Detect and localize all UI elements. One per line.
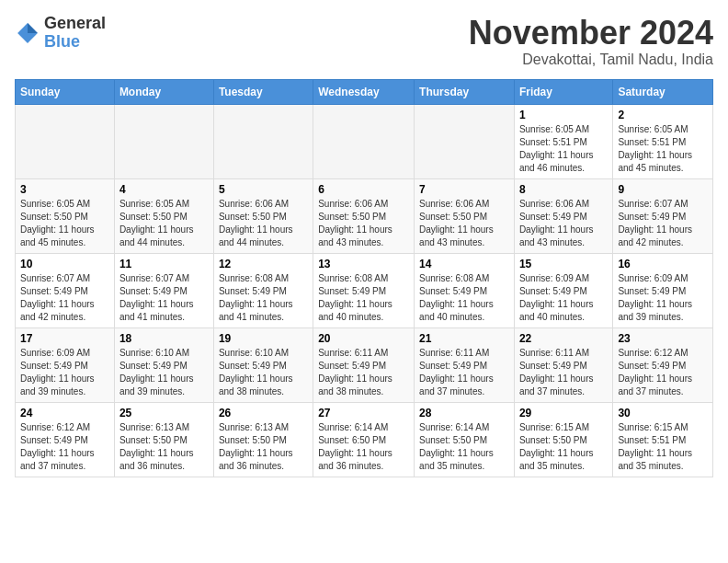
title-area: November 2024 Devakottai, Tamil Nadu, In…	[469, 15, 713, 68]
day-number: 25	[119, 407, 209, 419]
table-row: 22 Sunrise: 6:11 AMSunset: 5:49 PMDaylig…	[514, 327, 612, 402]
day-number: 19	[219, 332, 308, 345]
table-row: 30 Sunrise: 6:15 AMSunset: 5:51 PMDaylig…	[613, 402, 713, 477]
logo-icon	[15, 20, 40, 46]
logo-blue: Blue	[44, 33, 106, 52]
table-row	[213, 104, 313, 178]
day-number: 15	[519, 258, 608, 270]
day-number: 11	[119, 258, 209, 270]
calendar-week-row: 10 Sunrise: 6:07 AMSunset: 5:49 PMDaylig…	[16, 253, 713, 327]
day-number: 20	[318, 332, 409, 345]
day-detail: Sunrise: 6:05 AMSunset: 5:51 PMDaylight:…	[519, 123, 608, 175]
day-number: 3	[20, 183, 109, 196]
day-detail: Sunrise: 6:13 AMSunset: 5:50 PMDaylight:…	[219, 421, 308, 473]
day-detail: Sunrise: 6:06 AMSunset: 5:50 PMDaylight:…	[318, 198, 409, 249]
table-row: 1 Sunrise: 6:05 AMSunset: 5:51 PMDayligh…	[514, 104, 612, 178]
day-detail: Sunrise: 6:07 AMSunset: 5:49 PMDaylight:…	[119, 272, 209, 324]
day-number: 6	[318, 183, 409, 196]
header-saturday: Saturday	[613, 79, 713, 104]
table-row: 29 Sunrise: 6:15 AMSunset: 5:50 PMDaylig…	[514, 402, 612, 477]
calendar-week-row: 3 Sunrise: 6:05 AMSunset: 5:50 PMDayligh…	[16, 178, 713, 253]
calendar-week-row: 17 Sunrise: 6:09 AMSunset: 5:49 PMDaylig…	[16, 327, 713, 402]
weekday-header-row: Sunday Monday Tuesday Wednesday Thursday…	[16, 79, 713, 104]
table-row: 16 Sunrise: 6:09 AMSunset: 5:49 PMDaylig…	[613, 253, 713, 327]
day-number: 28	[419, 407, 509, 419]
day-number: 10	[20, 258, 109, 270]
table-row: 24 Sunrise: 6:12 AMSunset: 5:49 PMDaylig…	[16, 402, 115, 477]
table-row: 20 Sunrise: 6:11 AMSunset: 5:49 PMDaylig…	[313, 327, 415, 402]
day-detail: Sunrise: 6:15 AMSunset: 5:51 PMDaylight:…	[618, 421, 708, 473]
table-row: 9 Sunrise: 6:07 AMSunset: 5:49 PMDayligh…	[613, 178, 713, 253]
table-row: 28 Sunrise: 6:14 AMSunset: 5:50 PMDaylig…	[415, 402, 515, 477]
day-detail: Sunrise: 6:11 AMSunset: 5:49 PMDaylight:…	[318, 347, 409, 398]
day-detail: Sunrise: 6:10 AMSunset: 5:49 PMDaylight:…	[119, 347, 209, 398]
table-row: 19 Sunrise: 6:10 AMSunset: 5:49 PMDaylig…	[213, 327, 313, 402]
day-detail: Sunrise: 6:08 AMSunset: 5:49 PMDaylight:…	[219, 272, 308, 324]
day-detail: Sunrise: 6:09 AMSunset: 5:49 PMDaylight:…	[20, 347, 109, 398]
day-detail: Sunrise: 6:05 AMSunset: 5:50 PMDaylight:…	[20, 198, 109, 249]
day-detail: Sunrise: 6:05 AMSunset: 5:50 PMDaylight:…	[119, 198, 209, 249]
table-row: 18 Sunrise: 6:10 AMSunset: 5:49 PMDaylig…	[114, 327, 213, 402]
calendar-week-row: 1 Sunrise: 6:05 AMSunset: 5:51 PMDayligh…	[16, 104, 713, 178]
table-row: 21 Sunrise: 6:11 AMSunset: 5:49 PMDaylig…	[415, 327, 515, 402]
day-detail: Sunrise: 6:10 AMSunset: 5:49 PMDaylight:…	[219, 347, 308, 398]
logo-general: General	[44, 15, 106, 33]
day-number: 27	[318, 407, 409, 419]
day-detail: Sunrise: 6:07 AMSunset: 5:49 PMDaylight:…	[20, 272, 109, 324]
day-detail: Sunrise: 6:13 AMSunset: 5:50 PMDaylight:…	[119, 421, 209, 473]
page-header: General Blue November 2024 Devakottai, T…	[15, 15, 713, 68]
logo: General Blue	[15, 15, 106, 52]
table-row: 26 Sunrise: 6:13 AMSunset: 5:50 PMDaylig…	[213, 402, 313, 477]
table-row	[16, 104, 115, 178]
table-row: 14 Sunrise: 6:08 AMSunset: 5:49 PMDaylig…	[415, 253, 515, 327]
day-detail: Sunrise: 6:08 AMSunset: 5:49 PMDaylight:…	[419, 272, 509, 324]
day-number: 30	[618, 407, 708, 419]
day-number: 4	[119, 183, 209, 196]
day-detail: Sunrise: 6:15 AMSunset: 5:50 PMDaylight:…	[519, 421, 608, 473]
day-detail: Sunrise: 6:12 AMSunset: 5:49 PMDaylight:…	[20, 421, 109, 473]
day-detail: Sunrise: 6:09 AMSunset: 5:49 PMDaylight:…	[618, 272, 708, 324]
table-row: 4 Sunrise: 6:05 AMSunset: 5:50 PMDayligh…	[114, 178, 213, 253]
day-number: 18	[119, 332, 209, 345]
table-row: 10 Sunrise: 6:07 AMSunset: 5:49 PMDaylig…	[16, 253, 115, 327]
table-row: 15 Sunrise: 6:09 AMSunset: 5:49 PMDaylig…	[514, 253, 612, 327]
table-row: 23 Sunrise: 6:12 AMSunset: 5:49 PMDaylig…	[613, 327, 713, 402]
day-detail: Sunrise: 6:05 AMSunset: 5:51 PMDaylight:…	[618, 123, 708, 175]
day-detail: Sunrise: 6:07 AMSunset: 5:49 PMDaylight:…	[618, 198, 708, 249]
day-number: 21	[419, 332, 509, 345]
day-detail: Sunrise: 6:09 AMSunset: 5:49 PMDaylight:…	[519, 272, 608, 324]
header-wednesday: Wednesday	[313, 79, 415, 104]
table-row: 11 Sunrise: 6:07 AMSunset: 5:49 PMDaylig…	[114, 253, 213, 327]
day-number: 24	[20, 407, 109, 419]
header-tuesday: Tuesday	[213, 79, 313, 104]
table-row: 8 Sunrise: 6:06 AMSunset: 5:49 PMDayligh…	[514, 178, 612, 253]
table-row: 7 Sunrise: 6:06 AMSunset: 5:50 PMDayligh…	[415, 178, 515, 253]
day-number: 17	[20, 332, 109, 345]
table-row: 6 Sunrise: 6:06 AMSunset: 5:50 PMDayligh…	[313, 178, 415, 253]
day-detail: Sunrise: 6:11 AMSunset: 5:49 PMDaylight:…	[419, 347, 509, 398]
day-detail: Sunrise: 6:14 AMSunset: 5:50 PMDaylight:…	[419, 421, 509, 473]
day-detail: Sunrise: 6:06 AMSunset: 5:50 PMDaylight:…	[219, 198, 308, 249]
table-row: 17 Sunrise: 6:09 AMSunset: 5:49 PMDaylig…	[16, 327, 115, 402]
table-row: 27 Sunrise: 6:14 AMSunset: 6:50 PMDaylig…	[313, 402, 415, 477]
day-number: 29	[519, 407, 608, 419]
day-number: 2	[618, 109, 708, 121]
header-sunday: Sunday	[16, 79, 115, 104]
day-number: 26	[219, 407, 308, 419]
table-row	[313, 104, 415, 178]
day-detail: Sunrise: 6:12 AMSunset: 5:49 PMDaylight:…	[618, 347, 708, 398]
table-row	[415, 104, 515, 178]
day-number: 1	[519, 109, 608, 121]
day-number: 23	[618, 332, 708, 345]
table-row: 12 Sunrise: 6:08 AMSunset: 5:49 PMDaylig…	[213, 253, 313, 327]
day-detail: Sunrise: 6:06 AMSunset: 5:49 PMDaylight:…	[519, 198, 608, 249]
day-number: 12	[219, 258, 308, 270]
day-detail: Sunrise: 6:14 AMSunset: 6:50 PMDaylight:…	[318, 421, 409, 473]
day-detail: Sunrise: 6:11 AMSunset: 5:49 PMDaylight:…	[519, 347, 608, 398]
day-number: 22	[519, 332, 608, 345]
table-row: 2 Sunrise: 6:05 AMSunset: 5:51 PMDayligh…	[613, 104, 713, 178]
calendar-week-row: 24 Sunrise: 6:12 AMSunset: 5:49 PMDaylig…	[16, 402, 713, 477]
day-number: 14	[419, 258, 509, 270]
day-detail: Sunrise: 6:08 AMSunset: 5:49 PMDaylight:…	[318, 272, 409, 324]
location-title: Devakottai, Tamil Nadu, India	[469, 52, 713, 68]
